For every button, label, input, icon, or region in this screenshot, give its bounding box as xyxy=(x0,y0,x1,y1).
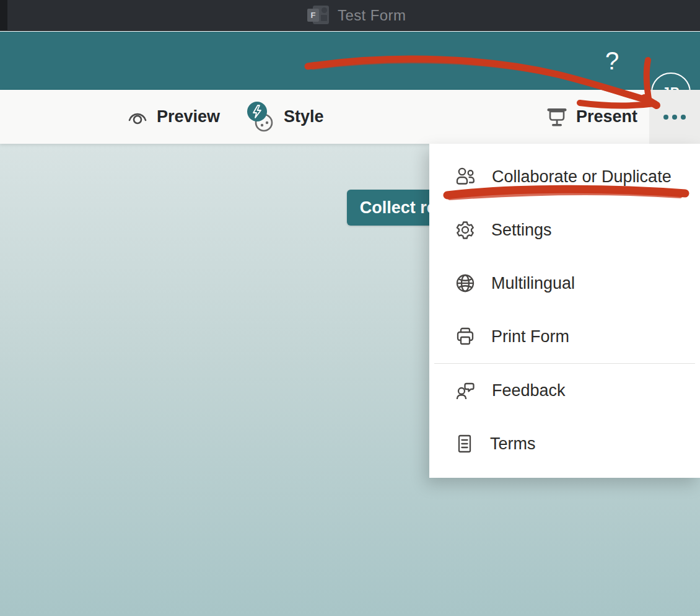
preview-eye-icon xyxy=(127,108,148,126)
people-icon xyxy=(455,167,476,187)
present-label: Present xyxy=(576,107,637,126)
gear-icon xyxy=(455,220,475,240)
menu-item-label: Feedback xyxy=(492,381,566,400)
presenter-screen-icon xyxy=(546,106,567,128)
menu-item-settings[interactable]: Settings xyxy=(429,203,700,257)
style-lightning-palette-icon xyxy=(245,100,275,134)
document-icon xyxy=(455,434,474,454)
menu-item-print-form[interactable]: Print Form xyxy=(429,310,700,363)
command-toolbar: Preview Style Collect responses Present xyxy=(0,90,700,144)
globe-icon xyxy=(455,273,475,293)
style-label: Style xyxy=(284,107,324,126)
menu-item-label: Settings xyxy=(491,221,552,240)
menu-item-feedback[interactable]: Feedback xyxy=(429,364,700,417)
menu-item-label: Terms xyxy=(490,434,536,454)
style-button[interactable]: Style xyxy=(245,90,324,144)
printer-icon xyxy=(455,327,475,346)
titlebar-edge xyxy=(0,0,7,31)
forms-f-tile: F xyxy=(307,9,319,22)
person-feedback-icon xyxy=(455,381,476,401)
present-button[interactable]: Present xyxy=(546,90,637,144)
menu-item-label: Print Form xyxy=(491,327,569,346)
window-titlebar: F Test Form xyxy=(0,0,700,31)
menu-item-multilingual[interactable]: Multilingual xyxy=(429,257,700,310)
menu-item-collaborate-or-duplicate[interactable]: Collaborate or Duplicate xyxy=(429,150,700,203)
menu-item-label: Collaborate or Duplicate xyxy=(492,167,672,187)
menu-item-label: Multilingual xyxy=(491,274,575,293)
help-button[interactable]: ? xyxy=(598,42,626,80)
preview-label: Preview xyxy=(157,107,220,126)
more-options-menu: Collaborate or Duplicate Settings Multil… xyxy=(429,144,700,478)
forms-logo-icon: F xyxy=(307,5,330,26)
more-horizontal-icon xyxy=(663,115,668,120)
browser-tab: F Test Form xyxy=(307,0,406,31)
preview-button[interactable]: Preview xyxy=(127,90,220,144)
menu-item-terms[interactable]: Terms xyxy=(429,417,700,470)
tab-title: Test Form xyxy=(338,7,406,24)
more-options-button[interactable] xyxy=(649,90,700,144)
app-header: ? JP xyxy=(0,32,700,90)
